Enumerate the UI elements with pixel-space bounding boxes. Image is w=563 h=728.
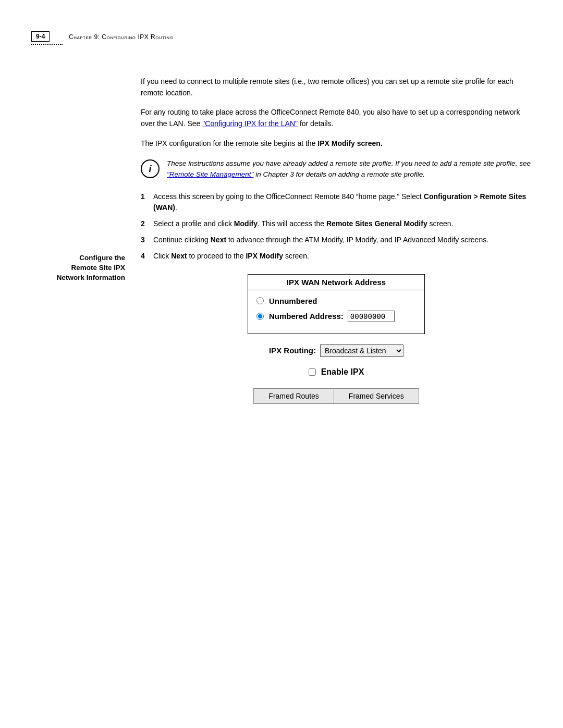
sidebar-labels: Configure the Remote Site IPX Network In… (31, 76, 136, 416)
sidebar-line2: Remote Site IPX (31, 263, 125, 273)
ipx-wan-title: IPX WAN Network Address (248, 275, 424, 290)
dots-divider (31, 44, 63, 45)
step-1: 1 Access this screen by going to the Off… (141, 191, 532, 213)
ipx-routing-row: IPX Routing: Broadcast & Listen Broadcas… (269, 344, 403, 357)
para2-text2: for details. (298, 119, 333, 128)
ipx-wan-box: IPX WAN Network Address Unnumbered Numbe… (248, 274, 425, 334)
page-number: 9-4 (31, 31, 50, 42)
step2-bold1: Modify (234, 219, 258, 228)
step3-end: to advance through the ATM Modify, IP Mo… (226, 236, 488, 244)
ipx-routing-label: IPX Routing: (269, 346, 316, 355)
configuring-ipx-link[interactable]: "Configuring IPX for the LAN" (202, 119, 298, 128)
framed-services-button[interactable]: Framed Services (334, 388, 419, 404)
paragraph-3: The IPX configuration for the remote sit… (141, 138, 532, 150)
steps-list: 1 Access this screen by going to the Off… (141, 191, 532, 262)
numbered-radio[interactable] (256, 313, 264, 320)
step2-bold2: Remote Sites General Modify (326, 219, 427, 228)
configure-sidebar-block: Configure the Remote Site IPX Network In… (31, 253, 136, 283)
ipx-wan-body: Unnumbered Numbered Address: (248, 290, 424, 334)
framed-buttons-row: Framed Routes Framed Services (253, 388, 419, 404)
step2-text1: Select a profile and click (153, 219, 234, 228)
step1-text: Access this screen by going to the Offic… (153, 192, 424, 201)
sidebar-line3: Network Information (31, 273, 125, 283)
para3-text1: The IPX configuration for the remote sit… (141, 139, 317, 147)
enable-ipx-label: Enable IPX (321, 367, 364, 377)
page-header: 9-4 Chapter 9: Configuring IPX Routing (0, 31, 563, 60)
unnumbered-row: Unnumbered (256, 297, 416, 305)
content-area: Configure the Remote Site IPX Network In… (0, 76, 563, 416)
page-container: 9-4 Chapter 9: Configuring IPX Routing C… (0, 0, 563, 728)
numbered-address-input[interactable] (348, 311, 395, 322)
para3-bold: IPX Modify screen. (317, 139, 382, 147)
paragraph-2: For any routing to take place across the… (141, 107, 532, 129)
step3-text1: Continue clicking (153, 236, 211, 244)
step4-bold2: IPX Modify (246, 252, 283, 260)
note-box: i These instructions assume you have alr… (141, 158, 532, 180)
unnumbered-label: Unnumbered (269, 297, 317, 305)
framed-routes-button[interactable]: Framed Routes (253, 388, 333, 404)
enable-ipx-row: Enable IPX (309, 367, 364, 377)
unnumbered-radio[interactable] (256, 297, 264, 304)
paragraph-1: If you need to connect to multiple remot… (141, 76, 532, 98)
step-4: 4 Click Next to proceed to the IPX Modif… (141, 251, 532, 262)
ipx-routing-select[interactable]: Broadcast & Listen Broadcast Only Listen… (320, 344, 403, 357)
step2-text2: . This will access the (258, 219, 326, 228)
step-2: 2 Select a profile and click Modify. Thi… (141, 218, 532, 229)
step4-text1: Click (153, 252, 171, 260)
note-text1: These instructions assume you have alrea… (167, 159, 531, 167)
note-text2: in Chapter 3 for details on adding a rem… (253, 170, 425, 178)
sidebar-line1: Configure the (31, 253, 125, 263)
step4-text2: to proceed to the (187, 252, 246, 260)
numbered-label: Numbered Address: (269, 312, 344, 320)
step3-bold: Next (211, 236, 226, 244)
chapter-label: Chapter 9: Configuring IPX Routing (69, 33, 173, 41)
info-icon: i (141, 159, 160, 178)
step4-bold: Next (171, 252, 187, 260)
numbered-row: Numbered Address: (256, 311, 416, 322)
step4-end: screen. (283, 252, 309, 260)
remote-site-mgmt-link[interactable]: "Remote Site Management" (167, 170, 253, 178)
widget-area: IPX WAN Network Address Unnumbered Numbe… (141, 274, 532, 404)
enable-ipx-checkbox[interactable] (309, 368, 316, 376)
step2-end: screen. (427, 219, 454, 228)
note-text: These instructions assume you have alrea… (167, 158, 532, 180)
main-content: If you need to connect to multiple remot… (136, 76, 532, 416)
step-3: 3 Continue clicking Next to advance thro… (141, 235, 532, 245)
